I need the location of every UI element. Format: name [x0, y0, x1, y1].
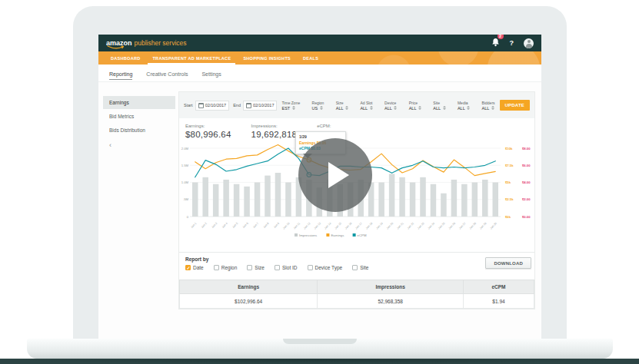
start-date-value: 02/10/2017: [205, 103, 227, 108]
report-by-option-size[interactable]: Size: [247, 265, 265, 270]
sort-arrows-icon: [370, 106, 373, 110]
sidebar-collapse-button[interactable]: ‹: [103, 137, 175, 153]
report-by-option-device-type[interactable]: Device Type: [308, 265, 343, 270]
report-by-options: DateRegionSizeSlot IDDevice TypeSite: [185, 265, 528, 270]
sidebar-item-earnings[interactable]: Earnings: [103, 96, 175, 109]
filter-value: ALL: [384, 106, 397, 111]
play-icon: [328, 162, 349, 188]
stat-impressions: Impressions:19,692,818: [251, 124, 298, 139]
end-date-value: 02/10/2017: [253, 103, 275, 108]
svg-text:Jan 19: Jan 19: [375, 222, 383, 230]
svg-text:$2.5k: $2.5k: [505, 197, 514, 201]
svg-text:$0.00: $0.00: [522, 215, 531, 219]
filter-selected: ALL: [384, 106, 392, 111]
report-by-option-slot-id[interactable]: Slot ID: [275, 265, 298, 270]
filter-device[interactable]: DeviceALL: [384, 101, 398, 111]
header-actions: 2 ?: [491, 36, 534, 50]
page: amazon publisher services 2: [0, 0, 639, 364]
sort-arrows-icon: [394, 106, 397, 110]
filter-selected: ALL: [433, 106, 441, 111]
table-header-earnings: Earnings: [180, 280, 318, 294]
svg-text:Jan 9: Jan 9: [273, 222, 280, 229]
report-by-option-date[interactable]: Date: [185, 265, 204, 270]
sort-arrows-icon: [320, 106, 323, 110]
sidebar-item-bid-metrics[interactable]: Bid Metrics: [103, 110, 175, 123]
bell-icon: [491, 38, 500, 47]
filter-selected: ALL: [458, 106, 465, 111]
sidebar-item-bids-distribution[interactable]: Bids Distribution: [103, 124, 175, 137]
subnav-tab-creative-controls[interactable]: Creative Controls: [146, 67, 188, 80]
checkbox-label: Date: [193, 265, 204, 270]
svg-text:Jan 8: Jan 8: [263, 222, 270, 229]
filter-ad-slot[interactable]: Ad SlotALL: [359, 101, 373, 111]
end-date-group: End 02/10/2017: [233, 101, 277, 111]
filter-label: Media: [458, 101, 470, 105]
checkbox-checked-icon[interactable]: [185, 265, 191, 270]
sidebar: EarningsBid MetricsBids Distribution‹: [98, 91, 175, 339]
update-button[interactable]: UPDATE: [500, 100, 530, 111]
report-by-option-site[interactable]: Site: [352, 265, 368, 270]
svg-text:Jan 13: Jan 13: [314, 222, 321, 230]
checkbox-label: Device Type: [315, 265, 343, 270]
svg-text:$4.00: $4.00: [522, 180, 531, 184]
checkbox-icon[interactable]: [352, 265, 358, 270]
filter-price[interactable]: PriceALL: [408, 101, 422, 111]
brand-suffix: publisher services: [135, 39, 187, 47]
svg-text:$5k: $5k: [505, 180, 511, 184]
filter-label: Time Zone: [281, 101, 300, 105]
checkbox-icon[interactable]: [275, 265, 280, 270]
primary-nav: DASHBOARDTRANSPARENT AD MARKETPLACESHOPP…: [98, 51, 541, 65]
subnav-tab-settings[interactable]: Settings: [201, 67, 221, 80]
filter-size[interactable]: SizeALL: [335, 101, 349, 111]
brand-logo[interactable]: amazon publisher services: [106, 39, 187, 47]
svg-text:0: 0: [187, 215, 189, 219]
filter-bidders[interactable]: BiddersALL: [481, 101, 496, 111]
start-date-input[interactable]: 02/10/2017: [195, 101, 230, 111]
sort-arrows-icon: [491, 106, 494, 110]
summary-table: EarningsImpressionseCPM $102,996.6452,96…: [179, 280, 534, 309]
chart-legend: ImpressionsEarningseCPM: [295, 233, 367, 237]
laptop-base-notch: [283, 339, 357, 344]
notifications-button[interactable]: 2: [491, 36, 500, 50]
nav-tab-dashboard[interactable]: DASHBOARD: [105, 51, 146, 65]
account-avatar[interactable]: [524, 38, 534, 48]
filter-time-zone[interactable]: Time ZoneEST: [281, 101, 301, 111]
filter-media[interactable]: MediaALL: [457, 101, 471, 111]
stat-label: Earnings:: [185, 124, 231, 128]
svg-text:Jan 23: Jan 23: [417, 222, 424, 230]
stat-label: eCPM:: [317, 124, 340, 128]
svg-text:$6.00: $6.00: [522, 164, 531, 167]
table-row: $102,996.6452,968,358$1.94: [180, 294, 534, 309]
svg-text:$2.00: $2.00: [522, 197, 531, 201]
filter-label: Device: [384, 101, 397, 105]
report-by-title: Report by: [185, 256, 528, 262]
download-button[interactable]: DOWNLOAD: [485, 257, 531, 269]
filter-value: EST: [281, 106, 300, 111]
svg-text:Jan 14: Jan 14: [324, 222, 331, 230]
checkbox-icon[interactable]: [247, 265, 252, 270]
help-button[interactable]: ?: [510, 39, 514, 47]
end-date-label: End: [233, 103, 241, 108]
svg-text:Jan 21: Jan 21: [396, 222, 404, 230]
video-play-button[interactable]: [298, 138, 372, 212]
checkbox-icon[interactable]: [214, 265, 219, 270]
svg-text:Jan 18: Jan 18: [365, 222, 373, 230]
stat-earnings: Earnings:$80,996.64: [185, 124, 231, 139]
table-cell: 52,968,358: [318, 294, 464, 309]
checkbox-icon[interactable]: [308, 265, 313, 270]
calendar-icon: [246, 103, 251, 108]
nav-tab-deals[interactable]: DEALS: [297, 51, 324, 65]
content-area: EarningsBid MetricsBids Distribution‹ St…: [98, 82, 541, 339]
subnav-tab-reporting[interactable]: Reporting: [109, 67, 132, 80]
filter-label: Price: [409, 101, 421, 105]
svg-text:Jan 20: Jan 20: [386, 222, 394, 230]
filter-region[interactable]: RegionUS: [311, 101, 325, 111]
filter-site[interactable]: SiteALL: [432, 101, 446, 111]
checkbox-label: Site: [360, 265, 368, 270]
end-date-input[interactable]: 02/10/2017: [243, 101, 278, 111]
report-by-option-region[interactable]: Region: [214, 265, 238, 270]
table-cell: $1.94: [463, 294, 534, 309]
nav-tab-transparent-ad-marketplace[interactable]: TRANSPARENT AD MARKETPLACE: [146, 51, 237, 65]
nav-tab-shopping-insights[interactable]: SHOPPING INSIGHTS: [237, 51, 297, 65]
filter-value: US: [312, 106, 324, 111]
